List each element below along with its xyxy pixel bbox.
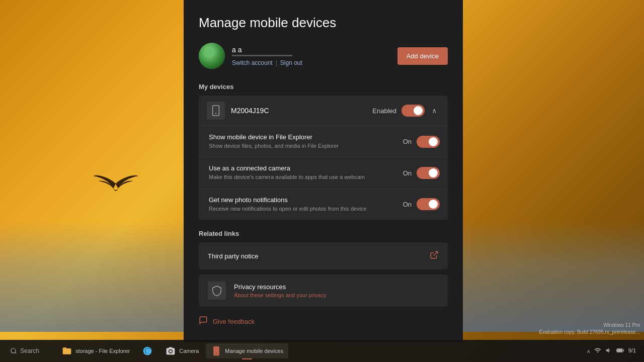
taskbar-camera[interactable]: Camera (160, 343, 204, 358)
file-explorer-desc: Show device files, photos, and media in … (209, 142, 403, 150)
switch-account-link[interactable]: Switch account (232, 59, 273, 66)
taskbar: Search storage - File Explorer (0, 340, 644, 362)
bird-silhouette (93, 171, 138, 196)
taskbar-right: ∧ 9/1 (587, 347, 640, 355)
taskbar-file-explorer[interactable]: storage - File Explorer (56, 343, 135, 358)
taskbar-search[interactable]: Search (4, 345, 54, 356)
related-links-label: Related links (199, 230, 448, 237)
settings-panel: Manage mobile devices a a Switch account… (184, 0, 463, 342)
camera-app-label: Camera (179, 348, 199, 354)
camera-setting-text: Use as a connected camera Make this devi… (209, 164, 403, 181)
photo-notifications-desc: Receive new notifications to open or edi… (209, 205, 403, 213)
taskbar-app-icons: storage - File Explorer Camera (54, 343, 587, 358)
privacy-resources-title: Privacy resources (234, 283, 326, 291)
photo-notifications-text: Get new photo notifications Receive new … (209, 196, 403, 213)
third-party-notice-card[interactable]: Third party notice (199, 242, 448, 269)
taskbar-clock[interactable]: 9/1 (628, 347, 636, 354)
third-party-notice-text: Third party notice (208, 252, 258, 260)
my-devices-section-label: My devices (199, 83, 448, 90)
device-icon (207, 102, 225, 120)
feedback-icon (199, 316, 208, 327)
privacy-resources-card[interactable]: Privacy resources About these settings a… (199, 275, 448, 307)
privacy-resources-text: Privacy resources About these settings a… (234, 283, 326, 298)
camera-desc: Make this device's camera available to a… (209, 173, 403, 181)
photo-notifications-value: On (403, 201, 412, 208)
file-explorer-toggle[interactable] (417, 136, 440, 148)
mobile-devices-taskbar-icon (211, 345, 222, 356)
account-link-separator: | (276, 59, 277, 66)
device-enabled-toggle[interactable] (401, 105, 425, 117)
file-explorer-setting-text: Show mobile device in File Explorer Show… (209, 133, 403, 150)
svg-line-2 (434, 251, 438, 255)
watermark-line2: Evaluation copy. Build 27695.rs_prerelea… (539, 329, 640, 336)
watermark-line1: Windows 11 Pro (539, 322, 640, 329)
svg-rect-6 (214, 346, 220, 355)
windows-watermark: Windows 11 Pro Evaluation copy. Build 27… (539, 322, 640, 336)
file-explorer-icon (61, 345, 72, 356)
file-explorer-value: On (403, 138, 412, 145)
taskbar-edge[interactable] (137, 343, 158, 358)
external-link-icon (430, 250, 439, 261)
camera-setting: Use as a connected camera Make this devi… (199, 157, 448, 189)
system-tray-expand[interactable]: ∧ (587, 348, 590, 354)
camera-value: On (403, 169, 412, 177)
volume-icon[interactable] (605, 347, 612, 355)
account-links: Switch account | Sign out (232, 59, 302, 66)
device-name: M2004J19C (231, 107, 372, 115)
add-device-button[interactable]: Add device (397, 47, 448, 65)
account-details: a a Switch account | Sign out (232, 46, 302, 66)
privacy-shield-icon (208, 282, 226, 300)
photo-notifications-setting: Get new photo notifications Receive new … (199, 189, 448, 220)
svg-point-7 (216, 353, 217, 354)
related-links-section: Related links Third party notice (199, 230, 448, 331)
device-status-label: Enabled (372, 107, 396, 115)
clock-time: 9/1 (628, 347, 636, 354)
photo-notifications-toggle[interactable] (417, 198, 440, 210)
page-title: Manage mobile devices (199, 15, 448, 31)
photo-notifications-title: Get new photo notifications (209, 196, 403, 204)
device-card: M2004J19C Enabled ∧ Show mobile device i… (199, 96, 448, 220)
account-email-bar (232, 55, 292, 56)
search-icon (10, 347, 17, 354)
file-explorer-title: Show mobile device in File Explorer (209, 133, 403, 141)
account-name: a a (232, 46, 302, 54)
give-feedback-text: Give feedback (213, 318, 255, 325)
device-header: M2004J19C Enabled ∧ (199, 96, 448, 126)
svg-point-5 (170, 350, 172, 352)
account-info: a a Switch account | Sign out (199, 43, 302, 69)
camera-title: Use as a connected camera (209, 164, 403, 172)
svg-line-4 (15, 352, 17, 354)
sign-out-link[interactable]: Sign out (280, 59, 302, 66)
camera-toggle[interactable] (417, 167, 440, 179)
edge-icon (142, 345, 153, 356)
camera-taskbar-icon (165, 345, 176, 356)
avatar (199, 43, 225, 69)
taskbar-search-text: Search (20, 347, 39, 354)
file-explorer-label: storage - File Explorer (75, 348, 130, 354)
file-explorer-setting: Show mobile device in File Explorer Show… (199, 126, 448, 157)
network-icon[interactable] (594, 347, 601, 355)
mobile-devices-app-label: Manage mobile devices (225, 348, 283, 354)
svg-rect-0 (213, 106, 219, 116)
battery-icon[interactable] (616, 347, 624, 355)
svg-point-3 (11, 348, 16, 353)
taskbar-mobile-devices[interactable]: Manage mobile devices (206, 343, 288, 358)
taskbar-system-icons: ∧ (587, 347, 624, 355)
account-section: a a Switch account | Sign out Add device (199, 43, 448, 69)
svg-rect-10 (617, 349, 622, 351)
privacy-resources-subtitle: About these settings and your privacy (234, 292, 326, 298)
device-expand-button[interactable]: ∧ (429, 106, 440, 116)
give-feedback-link[interactable]: Give feedback (199, 312, 448, 331)
